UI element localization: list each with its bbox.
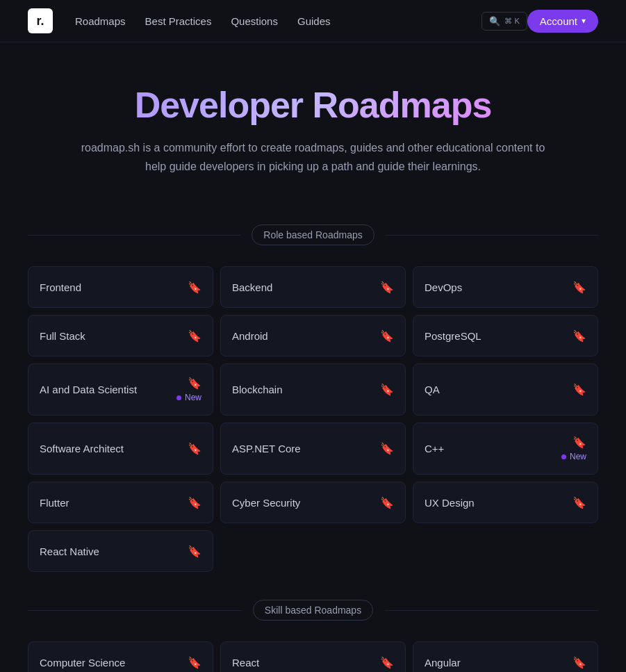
bookmark-icon: 🔖 — [188, 377, 201, 390]
account-button[interactable]: Account ▾ — [527, 10, 598, 33]
bookmark-icon: 🔖 — [188, 329, 201, 343]
roadmap-card-full-stack[interactable]: Full Stack 🔖 — [28, 315, 213, 357]
bookmark-icon: 🔖 — [573, 329, 586, 343]
search-icon: 🔍 — [489, 16, 500, 26]
bookmark-icon: 🔖 — [573, 281, 586, 294]
bookmark-icon: 🔖 — [188, 281, 201, 294]
card-title-computer-science: Computer Science — [40, 657, 125, 669]
bookmark-icon: 🔖 — [188, 656, 201, 669]
card-title-blockchain: Blockchain — [232, 384, 283, 395]
card-right-ai-data-scientist: 🔖 New — [176, 377, 201, 402]
card-title-software-architect: Software Architect — [40, 443, 124, 454]
skill-section-header: Skill based Roadmaps — [0, 600, 626, 621]
bookmark-icon: 🔖 — [380, 329, 394, 343]
roadmap-card-devops[interactable]: DevOps 🔖 — [413, 266, 598, 308]
bookmark-icon: 🔖 — [188, 442, 201, 455]
roadmap-card-computer-science[interactable]: Computer Science 🔖 — [28, 641, 213, 672]
hero-title: Developer Roadmaps — [56, 84, 570, 126]
role-roadmap-grid: Frontend 🔖 Backend 🔖 DevOps 🔖 Full Stack… — [0, 259, 626, 579]
hero-section: Developer Roadmaps roadmap.sh is a commu… — [0, 42, 626, 204]
card-title-react-native: React Native — [40, 546, 99, 557]
card-title-ai-data-scientist: AI and Data Scientist — [40, 384, 137, 395]
search-shortcut: ⌘ K — [504, 17, 519, 26]
card-title-react: React — [232, 657, 259, 669]
navbar: r. RoadmapsBest PracticesQuestionsGuides… — [0, 0, 626, 42]
nav-link-roadmaps[interactable]: Roadmaps — [75, 15, 126, 27]
roadmap-card-cyber-security[interactable]: Cyber Security 🔖 — [220, 482, 406, 523]
card-title-angular: Angular — [425, 657, 461, 669]
card-title-cpp: C++ — [425, 443, 444, 454]
skill-section: Skill based Roadmaps Computer Science 🔖 … — [0, 600, 626, 672]
new-dot — [176, 395, 181, 400]
nav-link-best-practices[interactable]: Best Practices — [145, 15, 212, 27]
search-box[interactable]: 🔍 ⌘ K — [481, 12, 527, 31]
bookmark-icon: 🔖 — [380, 383, 394, 396]
skill-section-label: Skill based Roadmaps — [253, 600, 373, 621]
new-badge-cpp: New — [561, 452, 586, 461]
roadmap-card-cpp[interactable]: C++ 🔖 New — [413, 423, 598, 475]
logo-text: r. — [36, 14, 44, 28]
card-title-flutter: Flutter — [40, 497, 69, 509]
card-title-full-stack: Full Stack — [40, 330, 85, 342]
hero-subtitle: roadmap.sh is a community effort to crea… — [77, 138, 550, 176]
card-title-devops: DevOps — [425, 281, 462, 293]
roadmap-card-ux-design[interactable]: UX Design 🔖 — [413, 482, 598, 523]
roadmap-card-backend[interactable]: Backend 🔖 — [220, 266, 406, 308]
bookmark-icon: 🔖 — [380, 656, 394, 669]
new-dot — [561, 454, 566, 459]
roadmap-card-aspnet-core[interactable]: ASP.NET Core 🔖 — [220, 423, 406, 475]
nav-link-guides[interactable]: Guides — [297, 15, 331, 27]
bookmark-icon: 🔖 — [573, 436, 586, 449]
nav-link-questions[interactable]: Questions — [231, 15, 278, 27]
roadmap-card-software-architect[interactable]: Software Architect 🔖 — [28, 423, 213, 475]
roadmap-card-angular[interactable]: Angular 🔖 — [413, 641, 598, 672]
bookmark-icon: 🔖 — [380, 496, 394, 509]
roadmap-card-flutter[interactable]: Flutter 🔖 — [28, 482, 213, 523]
roadmap-card-frontend[interactable]: Frontend 🔖 — [28, 266, 213, 308]
skill-section-line-left — [28, 610, 242, 611]
card-right-cpp: 🔖 New — [561, 436, 586, 461]
bookmark-icon: 🔖 — [573, 656, 586, 669]
nav-links: RoadmapsBest PracticesQuestionsGuides — [75, 15, 476, 27]
bookmark-icon: 🔖 — [380, 281, 394, 294]
bookmark-icon: 🔖 — [188, 545, 201, 558]
roadmap-card-blockchain[interactable]: Blockchain 🔖 — [220, 363, 406, 416]
new-badge-ai-data-scientist: New — [176, 393, 201, 402]
logo[interactable]: r. — [28, 8, 53, 33]
roadmap-card-ai-data-scientist[interactable]: AI and Data Scientist 🔖 New — [28, 363, 213, 416]
skill-roadmap-grid: Computer Science 🔖 React 🔖 Angular 🔖 — [0, 634, 626, 672]
roadmap-card-qa[interactable]: QA 🔖 — [413, 363, 598, 416]
skill-section-line-right — [384, 610, 598, 611]
card-title-qa: QA — [425, 384, 440, 395]
roadmap-card-android[interactable]: Android 🔖 — [220, 315, 406, 357]
chevron-down-icon: ▾ — [582, 16, 586, 26]
card-title-cyber-security: Cyber Security — [232, 497, 300, 509]
bookmark-icon: 🔖 — [380, 442, 394, 455]
bookmark-icon: 🔖 — [573, 383, 586, 396]
section-line-left — [28, 235, 240, 236]
section-line-right — [386, 235, 598, 236]
roadmap-card-postgresql[interactable]: PostgreSQL 🔖 — [413, 315, 598, 357]
card-title-aspnet-core: ASP.NET Core — [232, 443, 301, 454]
card-title-frontend: Frontend — [40, 281, 81, 293]
account-label: Account — [540, 15, 577, 27]
roadmap-card-react[interactable]: React 🔖 — [220, 641, 406, 672]
bookmark-icon: 🔖 — [573, 496, 586, 509]
card-title-postgresql: PostgreSQL — [425, 330, 481, 342]
role-section-label: Role based Roadmaps — [252, 224, 374, 245]
card-title-android: Android — [232, 330, 268, 342]
card-title-backend: Backend — [232, 281, 272, 293]
bookmark-icon: 🔖 — [188, 496, 201, 509]
roadmap-card-react-native[interactable]: React Native 🔖 — [28, 530, 213, 572]
card-title-ux-design: UX Design — [425, 497, 475, 509]
role-section-header: Role based Roadmaps — [0, 224, 626, 245]
